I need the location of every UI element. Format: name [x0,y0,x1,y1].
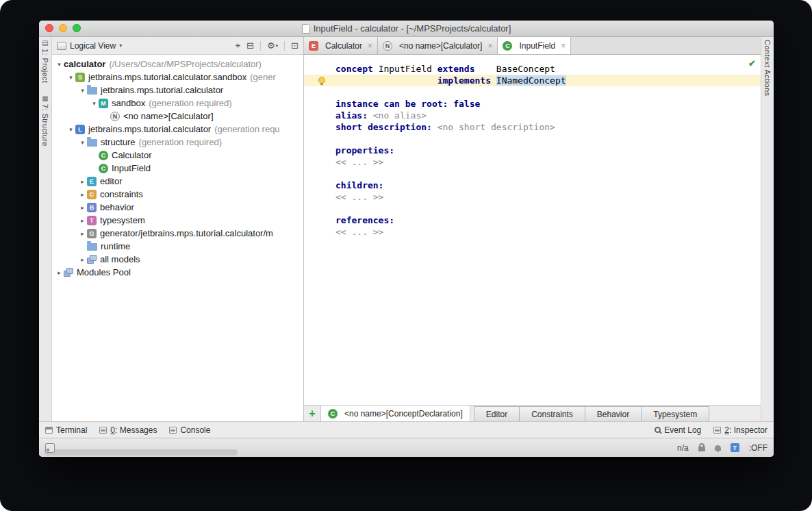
chevron-down-icon[interactable]: ▾ [66,126,75,133]
hide-panel-icon[interactable]: ⊡ [291,41,299,50]
tree-item-suffix: (generation requ [214,124,279,134]
toolbar-item-event-log[interactable]: Event Log [655,425,701,435]
tree-item[interactable]: ▸Bbehavior [52,201,303,214]
code-line[interactable]: << ... >> [335,156,761,168]
toolwindow-structure[interactable]: ▦7: Structure [41,95,49,147]
project-tree: ▾calculator(/Users/Oscar/MPSProjects/cal… [52,55,303,421]
code-line[interactable]: instance can be root: false [335,98,761,110]
close-icon[interactable]: × [487,41,492,51]
code-line[interactable]: short description: <no short description… [335,121,761,133]
code-line[interactable]: concept InputField extends BaseConcept [335,63,761,75]
tree-item[interactable]: ▸Ttypesystem [52,214,303,227]
tree-item[interactable]: CInputField [52,162,303,175]
chevron-right-icon[interactable]: ▸ [55,269,64,276]
lock-icon[interactable] [698,447,705,451]
tree-item[interactable]: CCalculator [52,149,303,162]
code-line[interactable] [335,86,761,98]
tree-item[interactable]: ▾Msandbox(generation required) [52,97,303,110]
close-window-button[interactable] [45,24,53,32]
locate-icon[interactable]: ⌖ [236,41,240,50]
view-selector[interactable]: Logical View ▾ [57,41,122,51]
chevron-down-icon[interactable]: ▾ [66,74,75,81]
chevron-right-icon[interactable]: ▸ [78,204,87,211]
project-scrollbar-horizontal[interactable] [41,449,772,456]
toolwindow-project[interactable]: ▤1: Project [41,40,49,83]
chevron-down-icon[interactable]: ▾ [55,61,64,68]
code-line[interactable] [335,203,761,214]
collapse-all-icon[interactable]: ⊟ [246,41,254,50]
code-segment [475,64,496,74]
toolwindow-toggle-icon[interactable] [45,443,55,453]
tree-item[interactable]: ▾jetbrains.mps.tutorial.calculator [52,84,303,97]
code-line[interactable] [335,168,761,179]
code-segment: << ... >> [335,227,383,237]
chevron-down-icon[interactable]: ▾ [90,100,99,107]
code-line[interactable] [335,133,761,145]
editor-tab-calculator[interactable]: ECalculator× [304,37,378,54]
editor-tab-inputfield[interactable]: CInputField× [498,37,571,54]
chevron-down-icon[interactable]: ▾ [78,139,87,146]
toolbar-divider [260,41,261,51]
toolbar-item-2-inspector[interactable]: 2: Inspector [713,425,767,435]
chevron-right-icon[interactable]: ▸ [78,256,87,263]
editor-tab-no-name-calculator[interactable]: N<no name>[Calculator]× [378,37,498,54]
language-module-icon: L [75,125,85,134]
solution-module-icon: S [75,73,85,82]
tree-item[interactable]: N<no name>[Calculator] [52,110,303,123]
close-icon[interactable]: × [561,41,566,51]
code-segment: << ... >> [335,192,383,202]
chevron-right-icon[interactable]: ▸ [78,178,87,185]
messages-icon [99,427,107,434]
code-line[interactable]: implements INamedConcept [304,75,761,86]
aspect-tabs: EditorConstraintsBehaviorTypesystem [474,406,709,421]
code-line[interactable]: << ... >> [335,226,761,238]
tree-item[interactable]: ▾Sjetbrains.mps.tutorial.calculator.sand… [52,71,303,84]
tree-item[interactable]: ▾structure(generation required) [52,136,303,149]
tree-item[interactable]: runtime [52,240,303,253]
settings-icon[interactable]: ⚙▾ [267,41,278,50]
chevron-right-icon[interactable]: ▸ [78,191,87,198]
code-editor[interactable]: concept InputField extends BaseConcept i… [304,55,761,238]
code-line[interactable]: properties: [335,145,761,156]
tree-item-label: <no name>[Calculator] [123,111,214,121]
minimize-window-button[interactable] [59,24,67,32]
titlebar[interactable]: InputField - calculator - [~/MPSProjects… [39,21,774,37]
tree-item[interactable]: ▸Cconstraints [52,188,303,201]
tab-constraints[interactable]: Constraints [519,406,585,421]
tab-editor[interactable]: Editor [474,406,520,421]
tree-item[interactable]: ▸Modules Pool [52,266,303,279]
code-line[interactable]: references: [335,214,761,226]
inspections-icon[interactable] [715,445,721,451]
tree-item[interactable]: ▸all models [52,253,303,266]
folder-icon [87,243,97,251]
toolwindow-context-actions[interactable]: Context Actions [763,40,772,96]
tree-item[interactable]: ▸Eeditor [52,175,303,188]
scrollbar-thumb[interactable] [45,449,238,456]
add-aspect-button[interactable]: + [304,406,320,421]
intention-bulb-icon[interactable] [318,77,325,84]
tree-item[interactable]: ▾calculator(/Users/Oscar/MPSProjects/cal… [52,58,303,71]
toolbar-item-label: Console [180,425,210,435]
tab-behavior[interactable]: Behavior [585,406,642,421]
zoom-window-button[interactable] [73,24,81,32]
close-icon[interactable]: × [368,41,372,51]
tree-item[interactable]: ▾Ljetbrains.mps.tutorial.calculator(gene… [52,123,303,136]
generator-icon: G [87,229,97,238]
code-line[interactable]: << ... >> [335,191,761,203]
node-icon: N [110,112,120,121]
node-tab[interactable]: C<no name>[ConceptDeclaration] [320,406,470,421]
chevron-down-icon[interactable]: ▾ [78,87,87,94]
tree-item-label: InputField [112,163,151,173]
code-segment: INamedConcept [496,75,566,86]
code-line[interactable]: alias: <no alias> [335,110,761,121]
toolbar-item-terminal[interactable]: Terminal [45,425,87,435]
editor-tab-label: InputField [519,41,555,51]
chevron-right-icon[interactable]: ▸ [78,230,87,237]
chevron-right-icon[interactable]: ▸ [78,217,87,224]
tree-item-label: behavior [100,202,134,212]
tree-item[interactable]: ▸Ggenerator/jetbrains.mps.tutorial.calcu… [52,227,303,240]
code-line[interactable]: children: [335,179,761,191]
tab-typesystem[interactable]: Typesystem [641,406,709,421]
toolbar-item-0-messages[interactable]: 0: Messages [99,425,157,435]
toolbar-item-console[interactable]: Console [169,425,210,435]
